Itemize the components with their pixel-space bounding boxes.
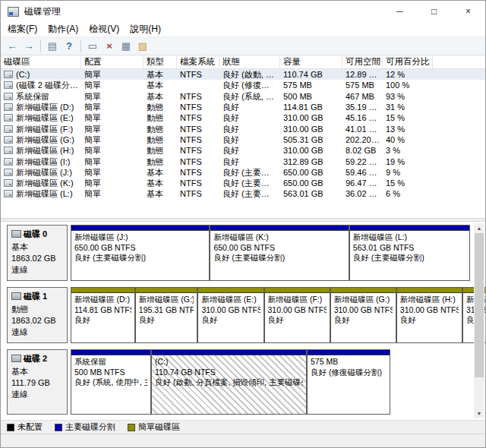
- volume-fs: NTFS: [177, 124, 219, 134]
- volume-name-cell: 新增磁碟區 (D:): [1, 102, 81, 112]
- delete-volume-icon[interactable]: ×: [101, 39, 118, 54]
- volume-status: 良好: [219, 112, 280, 123]
- volume-capacity: 310.00 GB: [280, 145, 342, 156]
- partition-color-stripe: [265, 288, 330, 293]
- column-header-type[interactable]: 類型: [144, 55, 177, 68]
- menu-action[interactable]: 動作(A): [43, 23, 84, 36]
- menu-help[interactable]: 說明(H): [125, 23, 166, 36]
- column-header-name[interactable]: 磁碟區: [1, 55, 81, 68]
- disk-info-panel[interactable]: 磁碟 1動態1863.02 GB連線: [7, 287, 68, 343]
- volume-layout: 簡單: [81, 91, 144, 102]
- column-header-pct[interactable]: 可用百分比: [383, 55, 433, 68]
- legend-primary-partition: 主要磁碟分割: [55, 421, 115, 433]
- partition-status: 良好: [400, 315, 459, 326]
- volume-capacity: 650.00 GB: [280, 167, 342, 178]
- volume-status: 良好: [219, 156, 280, 167]
- partition-box[interactable]: 新增磁碟區 (F:)310.00 GB NTFS良好: [264, 287, 330, 343]
- open-folder-icon[interactable]: ▨: [134, 39, 151, 54]
- legend-label: 主要磁碟分割: [65, 421, 115, 433]
- volume-name-cell: 新增磁碟區 (K:): [1, 178, 81, 188]
- partition-box[interactable]: (C:)110.74 GB NTFS良好 (啟動, 分頁檔案, 損毀傾印, 主要…: [151, 349, 307, 415]
- volume-row[interactable]: 新增磁碟區 (K:)簡單基本NTFS良好 (主要磁碟分割)650.00 GB96…: [1, 178, 485, 188]
- partition-body: 新增磁碟區 (H:)310.00 GB NTFS良好: [397, 293, 462, 342]
- close-button[interactable]: ×: [451, 1, 485, 22]
- volume-name: 新增磁碟區 (F:): [16, 124, 73, 134]
- volume-layout: 簡單: [81, 134, 144, 145]
- volume-free: 12.89 GB: [342, 69, 383, 80]
- volume-icon: [4, 103, 13, 111]
- column-header-fs[interactable]: 檔案系統: [177, 55, 219, 68]
- volume-row[interactable]: 新增磁碟區 (I:)簡單動態NTFS良好312.89 GB59.22 GB19 …: [1, 156, 485, 166]
- volume-row[interactable]: 新增磁碟區 (J:)簡單基本NTFS良好 (主要磁碟分割)650.00 GB59…: [1, 167, 485, 178]
- volume-status: 良好 (主要磁碟分割): [219, 167, 280, 178]
- volume-type: 基本: [144, 69, 177, 80]
- legend-swatch: [55, 424, 62, 431]
- column-header-layout[interactable]: 配置: [81, 55, 144, 68]
- partition-size: 563.01 GB NTFS: [353, 243, 466, 254]
- column-header-status[interactable]: 狀態: [219, 55, 280, 68]
- properties-icon[interactable]: ▦: [118, 39, 134, 54]
- back-icon[interactable]: ←: [4, 39, 21, 54]
- volume-pct: 100 %: [383, 80, 433, 90]
- minimize-button[interactable]: ─: [383, 1, 417, 22]
- disk-name: 磁碟 0: [24, 229, 47, 240]
- partition-box[interactable]: 新增磁碟區 (G:)195.31 GB NTFS良好: [135, 287, 198, 343]
- volume-status: 良好: [219, 124, 280, 134]
- disk-info-panel[interactable]: 磁碟 2基本111.79 GB連線: [7, 349, 68, 415]
- partition-status: 良好: [268, 315, 327, 326]
- scrollbar-thumb[interactable]: [475, 233, 484, 377]
- menu-file[interactable]: 檔案(F): [2, 23, 43, 36]
- column-header-free[interactable]: 可用空間: [342, 55, 383, 68]
- partition-box[interactable]: 新增磁碟區 (J:)650.00 GB NTFS良好 (主要磁碟分割): [71, 225, 210, 281]
- scroll-up-arrow[interactable]: ▲: [474, 223, 484, 233]
- volume-name: 新增磁碟區 (L:): [16, 188, 73, 199]
- volume-row[interactable]: 新增磁碟區 (D:)簡單動態NTFS良好114.81 GB35.19 GB31 …: [1, 102, 485, 112]
- volume-free: 96.47 GB: [342, 178, 383, 188]
- partition-box[interactable]: 新增磁碟區 (D:)114.81 GB NTFS良好: [71, 287, 135, 343]
- volume-layout: 簡單: [81, 167, 144, 178]
- partition-label: 新增磁碟區 (G:): [334, 295, 393, 305]
- help-icon[interactable]: ?: [61, 39, 77, 54]
- menubar: 檔案(F)動作(A)檢視(V)說明(H): [1, 22, 485, 37]
- volume-row[interactable]: (磁碟 2 磁碟分割 3)簡單基本良好 (修復磁碟分割)575 MB575 MB…: [1, 80, 485, 90]
- partition-box[interactable]: 575 MB良好 (修復磁碟分割): [307, 349, 390, 415]
- computer-icon[interactable]: ▭: [84, 39, 101, 54]
- partition-box[interactable]: 新增磁碟區 (K:)650.00 GB NTFS良好 (主要磁碟分割): [210, 225, 349, 281]
- disk-status: 連線: [11, 264, 63, 276]
- legend-label: 未配置: [17, 421, 43, 433]
- volume-row[interactable]: 新增磁碟區 (H:)簡單動態NTFS良好310.00 GB8.02 GB3 %: [1, 145, 485, 156]
- partition-box[interactable]: 新增磁碟區 (L:)563.01 GB NTFS良好 (主要磁碟分割): [349, 225, 470, 281]
- volume-status: 良好: [219, 134, 280, 145]
- partition-box[interactable]: 新增磁碟區 (H:)310.00 GB NTFS良好: [396, 287, 462, 343]
- volume-row[interactable]: (C:)簡單基本NTFS良好 (啟動, 分頁檔案, 損毀傾印, 主要磁碟分割)1…: [1, 69, 485, 80]
- vertical-scrollbar[interactable]: ▲ ▼: [474, 223, 484, 418]
- partition-color-stripe: [71, 350, 150, 355]
- partition-box[interactable]: 新增磁碟區 (E:)310.00 GB NTFS良好: [197, 287, 264, 343]
- maximize-button[interactable]: □: [417, 1, 451, 22]
- volume-icon: [4, 125, 13, 133]
- volume-layout: 簡單: [81, 112, 144, 123]
- partition-box[interactable]: 新增磁碟區 (G:)310.00 GB NTFS良好: [330, 287, 396, 343]
- volume-layout: 簡單: [81, 124, 144, 134]
- forward-icon[interactable]: →: [21, 39, 37, 54]
- column-header-capacity[interactable]: 容量: [280, 55, 342, 68]
- console-window-icon[interactable]: ▤: [44, 39, 61, 54]
- scroll-down-arrow[interactable]: ▼: [474, 409, 484, 418]
- volume-free: 41.01 GB: [342, 124, 383, 134]
- partition-box[interactable]: 系統保留500 MB NTFS良好 (系統, 使用中, 主要磁碟分割): [71, 349, 151, 415]
- column-header-filler: [433, 55, 485, 68]
- volume-row[interactable]: 新增磁碟區 (F:)簡單動態NTFS良好310.00 GB41.01 GB13 …: [1, 123, 485, 134]
- volume-row[interactable]: 新增磁碟區 (L:)簡單基本NTFS良好 (主要磁碟分割)563.01 GB36…: [1, 188, 485, 199]
- partition-color-stripe: [210, 226, 348, 231]
- partition-body: 新增磁碟區 (F:)310.00 GB NTFS良好: [265, 293, 330, 342]
- volume-type: 動態: [144, 134, 177, 145]
- volume-row[interactable]: 新增磁碟區 (G:)簡單動態NTFS良好505.31 GB202.20 GB40…: [1, 134, 485, 145]
- volume-icon: [4, 93, 13, 100]
- volume-row[interactable]: 系統保留簡單基本NTFS良好 (系統, 使用中, 主要磁碟分割)500 MB46…: [1, 91, 485, 102]
- disk-info-panel[interactable]: 磁碟 0基本1863.02 GB連線: [7, 225, 68, 281]
- volume-name-cell: (C:): [1, 69, 81, 80]
- menu-view[interactable]: 檢視(V): [84, 23, 125, 36]
- volume-icon: [4, 136, 13, 144]
- volume-row[interactable]: 新增磁碟區 (E:)簡單動態NTFS良好310.00 GB45.16 GB15 …: [1, 112, 485, 123]
- partition-color-stripe: [397, 288, 462, 293]
